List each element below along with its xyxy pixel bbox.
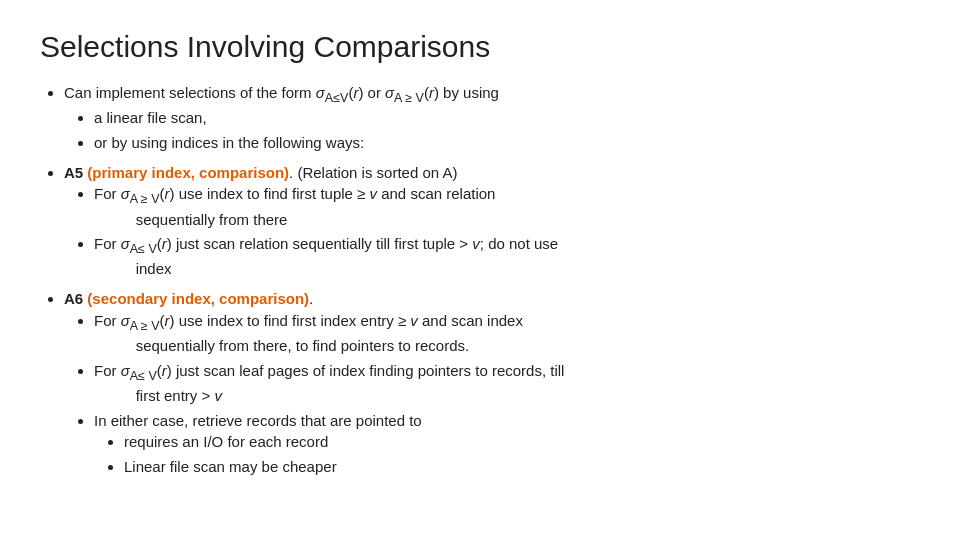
b3c3-text: In either case, retrieve records that ar… (94, 412, 422, 429)
list-item-b2c2: For σA≤ V(r) just scan relation sequenti… (94, 233, 920, 280)
b1-text: Can implement selections of the form σA≤… (64, 84, 499, 101)
list-item-b3c3a: requires an I/O for each record (124, 431, 920, 453)
b2-sublist: For σA ≥ V(r) use index to find first tu… (64, 183, 920, 280)
list-item-b1c1: a linear file scan, (94, 107, 920, 129)
list-item-b3c3b: Linear file scan may be cheaper (124, 456, 920, 478)
b2c1-text: For σA ≥ V(r) use index to find first tu… (94, 185, 495, 227)
page-title: Selections Involving Comparisons (40, 30, 920, 64)
main-list: Can implement selections of the form σA≤… (40, 82, 920, 478)
list-item-b2c1: For σA ≥ V(r) use index to find first tu… (94, 183, 920, 230)
b3c3a-text: requires an I/O for each record (124, 433, 328, 450)
b3c3-sublist: requires an I/O for each record Linear f… (94, 431, 920, 478)
list-item-b3c1: For σA ≥ V(r) use index to find first in… (94, 310, 920, 357)
list-item-b1: Can implement selections of the form σA≤… (64, 82, 920, 154)
list-item-b3c3: In either case, retrieve records that ar… (94, 410, 920, 478)
b1c1-text: a linear file scan, (94, 109, 207, 126)
list-item-b3: A6 (secondary index, comparison). For σA… (64, 288, 920, 478)
b1c2-text: or by using indices in the following way… (94, 134, 364, 151)
b3-text: A6 (secondary index, comparison). (64, 290, 313, 307)
b3-sublist: For σA ≥ V(r) use index to find first in… (64, 310, 920, 478)
b2c2-text: For σA≤ V(r) just scan relation sequenti… (94, 235, 558, 277)
list-item-b1c2: or by using indices in the following way… (94, 132, 920, 154)
list-item-b3c2: For σA≤ V(r) just scan leaf pages of ind… (94, 360, 920, 407)
b3c2-text: For σA≤ V(r) just scan leaf pages of ind… (94, 362, 564, 404)
b2-text: A5 (primary index, comparison). (Relatio… (64, 164, 458, 181)
b3c1-text: For σA ≥ V(r) use index to find first in… (94, 312, 523, 354)
list-item-b2: A5 (primary index, comparison). (Relatio… (64, 162, 920, 281)
b3c3b-text: Linear file scan may be cheaper (124, 458, 337, 475)
b1-sublist: a linear file scan, or by using indices … (64, 107, 920, 154)
